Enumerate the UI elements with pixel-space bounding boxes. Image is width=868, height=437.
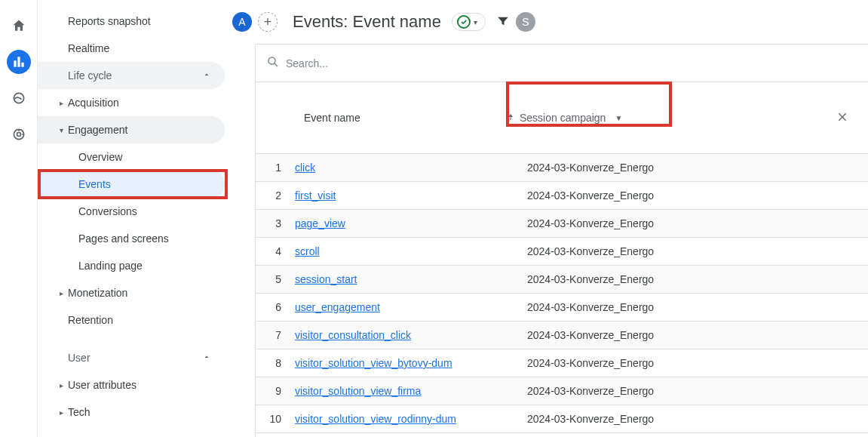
sidebar-item-label: User attributes xyxy=(68,379,136,391)
sidebar-item-events[interactable]: Events xyxy=(38,171,225,198)
remove-column-button[interactable] xyxy=(836,111,848,125)
caret-right-icon: ▸ xyxy=(54,381,68,389)
chevron-up-icon xyxy=(202,352,211,364)
search-row xyxy=(256,45,868,82)
sidebar-section-life-cycle[interactable]: Life cycle xyxy=(38,62,225,89)
row-number: 1 xyxy=(256,162,295,174)
cell-event-name: click xyxy=(295,162,506,174)
sidebar-item-label: Landing page xyxy=(78,260,143,272)
left-rail xyxy=(0,0,38,437)
dropdown-icon: ▼ xyxy=(615,114,622,122)
check-circle-icon xyxy=(457,15,471,29)
sidebar-item-pages-and-screens[interactable]: Pages and screens xyxy=(38,225,225,252)
explore-icon[interactable] xyxy=(7,86,31,110)
table-row: 3page_view2024-03-Konverze_Energo xyxy=(256,210,868,238)
cell-session-campaign: 2024-03-Konverze_Energo xyxy=(506,273,770,285)
row-number: 5 xyxy=(256,273,295,285)
row-number: 8 xyxy=(256,357,295,369)
svg-rect-1 xyxy=(17,57,20,66)
sidebar-item-acquisition[interactable]: ▸ Acquisition xyxy=(38,89,225,116)
row-number: 10 xyxy=(256,413,295,425)
sidebar-item-label: Engagement xyxy=(68,124,127,136)
sidebar: Reports snapshot Realtime Life cycle ▸ A… xyxy=(38,0,232,437)
svg-rect-0 xyxy=(14,60,16,66)
search-input[interactable] xyxy=(286,57,857,69)
cell-session-campaign: 2024-03-Konverze_Energo xyxy=(506,245,770,257)
sidebar-item-reports-snapshot[interactable]: Reports snapshot xyxy=(38,8,225,35)
sidebar-item-label: Life cycle xyxy=(68,69,112,82)
svg-rect-7 xyxy=(511,117,511,121)
sidebar-section-user[interactable]: User xyxy=(38,344,225,371)
sidebar-item-label: Reports snapshot xyxy=(68,15,151,27)
sidebar-item-overview[interactable]: Overview xyxy=(38,143,225,171)
event-link[interactable]: visitor_solution_view_firma xyxy=(295,385,421,397)
th-event-name[interactable]: Event name xyxy=(295,112,506,124)
event-link[interactable]: visitor_solution_view_bytovy-dum xyxy=(295,357,452,369)
cell-session-campaign: 2024-03-Konverze_Energo xyxy=(506,385,770,397)
sidebar-item-label: Events xyxy=(78,178,111,190)
table-row: 8visitor_solution_view_bytovy-dum2024-03… xyxy=(256,349,868,377)
cell-event-name: visitor_solution_view_firma xyxy=(295,385,506,397)
chevron-up-icon xyxy=(202,69,211,82)
th-label: Session campaign xyxy=(520,112,606,124)
sidebar-item-label: Monetization xyxy=(68,287,127,299)
sidebar-item-monetization[interactable]: ▸ Monetization xyxy=(38,279,225,306)
svg-point-6 xyxy=(268,57,275,64)
add-segment-button[interactable]: + xyxy=(258,12,278,32)
page-header: A + Events: Event name ▾ S xyxy=(232,0,868,44)
cell-session-campaign: 2024-03-Konverze_Energo xyxy=(506,301,770,313)
segment-chip-s[interactable]: S xyxy=(516,12,535,32)
sidebar-item-landing-page[interactable]: Landing page xyxy=(38,252,225,279)
row-number: 9 xyxy=(256,385,295,397)
row-number: 7 xyxy=(256,329,295,341)
sidebar-item-label: Acquisition xyxy=(68,97,119,109)
event-link[interactable]: first_visit xyxy=(295,189,336,202)
sidebar-item-realtime[interactable]: Realtime xyxy=(38,35,225,62)
table-area: Event name Session campaign ▼ 1click2024… xyxy=(255,44,868,437)
table-header: Event name Session campaign ▼ xyxy=(256,82,868,154)
caret-right-icon: ▸ xyxy=(54,289,68,297)
event-link[interactable]: user_engagement xyxy=(295,301,380,313)
cell-event-name: visitor_solution_view_rodinny-dum xyxy=(295,413,506,425)
sidebar-item-retention[interactable]: Retention xyxy=(38,306,225,334)
home-icon[interactable] xyxy=(7,14,31,38)
advertising-icon[interactable] xyxy=(7,122,31,146)
cell-session-campaign: 2024-03-Konverze_Energo xyxy=(506,162,770,174)
row-number: 3 xyxy=(256,217,295,229)
table-row: 10visitor_solution_view_rodinny-dum2024-… xyxy=(256,405,868,433)
event-link[interactable]: visitor_consultation_click xyxy=(295,329,411,341)
table-row: 7visitor_consultation_click2024-03-Konve… xyxy=(256,322,868,349)
sidebar-item-user-attributes[interactable]: ▸ User attributes xyxy=(38,371,225,399)
event-link[interactable]: visitor_solution_view_rodinny-dum xyxy=(295,413,456,425)
cell-event-name: session_start xyxy=(295,273,506,285)
table-row: 2first_visit2024-03-Konverze_Energo xyxy=(256,182,868,210)
sidebar-item-label: User xyxy=(68,352,90,364)
cell-event-name: visitor_solution_view_bytovy-dum xyxy=(295,357,506,369)
table-row: 5session_start2024-03-Konverze_Energo xyxy=(256,266,868,294)
segment-chip-a[interactable]: A xyxy=(232,12,252,32)
event-link[interactable]: click xyxy=(295,162,315,174)
reports-icon[interactable] xyxy=(7,50,31,74)
sidebar-item-conversions[interactable]: Conversions xyxy=(38,198,225,225)
th-session-campaign[interactable]: Session campaign ▼ xyxy=(506,112,770,124)
sidebar-item-engagement[interactable]: ▾ Engagement xyxy=(38,116,225,143)
cell-event-name: visitor_consultation_click xyxy=(295,329,506,341)
table-body: 1click2024-03-Konverze_Energo2first_visi… xyxy=(256,154,868,433)
sidebar-item-label: Realtime xyxy=(68,42,109,54)
svg-rect-2 xyxy=(21,63,23,67)
event-link[interactable]: session_start xyxy=(295,273,357,285)
table-row: 4scroll2024-03-Konverze_Energo xyxy=(256,238,868,266)
cell-event-name: first_visit xyxy=(295,189,506,202)
event-link[interactable]: page_view xyxy=(295,217,345,229)
filter-icon[interactable] xyxy=(496,14,510,30)
cell-session-campaign: 2024-03-Konverze_Energo xyxy=(506,189,770,202)
sidebar-item-tech[interactable]: ▸ Tech xyxy=(38,399,225,426)
main: A + Events: Event name ▾ S Event name xyxy=(232,0,868,437)
row-number: 2 xyxy=(256,189,295,202)
table-row: 1click2024-03-Konverze_Energo xyxy=(256,154,868,182)
verified-badge[interactable]: ▾ xyxy=(452,13,486,31)
cell-event-name: page_view xyxy=(295,217,506,229)
event-link[interactable]: scroll xyxy=(295,245,320,257)
cell-event-name: user_engagement xyxy=(295,301,506,313)
sort-asc-icon xyxy=(506,112,515,124)
